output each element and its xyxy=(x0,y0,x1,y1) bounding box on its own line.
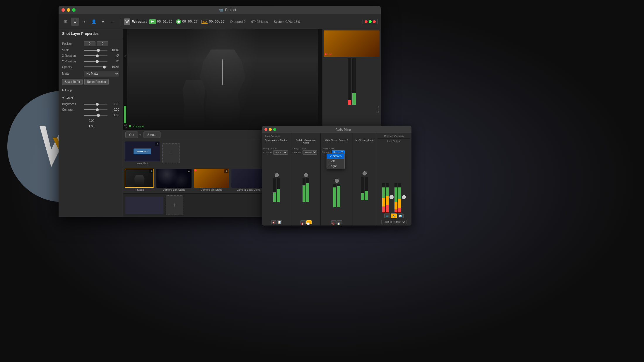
hue-value: 0.00 xyxy=(84,119,94,122)
audio-icon[interactable]: ♪ xyxy=(80,18,88,26)
dropdown-stereo[interactable]: ✓ Stereo xyxy=(327,154,344,159)
source-2-monitor-btn[interactable]: 📊 xyxy=(306,220,312,224)
dropdown-left[interactable]: Left xyxy=(327,159,344,164)
source-2-channel-select[interactable]: StereoLeftRight xyxy=(303,150,317,155)
source-3-knob[interactable] xyxy=(335,179,339,183)
source-1-delay-label: Delay: 0.000 xyxy=(263,147,290,150)
master-btn-3[interactable]: 📊 xyxy=(398,214,404,218)
shot-crowd-thumb[interactable] xyxy=(231,169,267,188)
source-4-fader-area xyxy=(354,147,375,224)
reset-position-button[interactable]: Reset Position xyxy=(84,79,108,85)
x-rotation-slider[interactable] xyxy=(84,55,107,56)
source-2-knob[interactable] xyxy=(304,173,308,177)
position-y-input[interactable]: 0 xyxy=(97,41,108,46)
master-btn-1[interactable]: 📺 xyxy=(384,214,390,218)
master-meter-4-low xyxy=(398,187,401,199)
cut-dropdown-arrow[interactable]: ▼ xyxy=(139,133,142,136)
source-3-name: Web Stream Source 0 xyxy=(322,139,351,146)
matte-select[interactable]: No Matte xyxy=(84,71,119,76)
source-1-channel-row: Channel: StereoLeftRight xyxy=(263,150,290,155)
monitor-icon-3: 📊 xyxy=(337,223,340,225)
property-buttons: Scale To Fit Reset Position xyxy=(62,79,119,85)
opacity-slider[interactable] xyxy=(84,66,107,67)
layers-icon[interactable]: ⊞ xyxy=(62,18,70,26)
shot-camera-left-thumb[interactable] xyxy=(156,169,192,188)
add-shot-icon-3: + xyxy=(173,202,176,209)
master-knob-1[interactable] xyxy=(390,195,394,199)
scale-label-3: -14 xyxy=(324,111,379,113)
properties-icon[interactable]: ≡ xyxy=(71,18,79,26)
source-3-monitor-btn[interactable]: 📊 xyxy=(337,220,342,224)
source-1-meter-l-fill xyxy=(273,192,276,202)
user-icon[interactable]: 👤 xyxy=(90,18,98,26)
shot-settings-1[interactable]: ⚙ xyxy=(149,169,153,173)
source-1-channel-select[interactable]: StereoLeftRight xyxy=(273,150,288,155)
source-1-mute-btn[interactable]: 🔇 xyxy=(271,220,276,224)
maximize-button[interactable] xyxy=(72,8,76,12)
saturation-slider[interactable] xyxy=(84,115,107,116)
live-status-dot xyxy=(325,53,327,55)
add-shot-button-3[interactable]: + xyxy=(166,195,183,215)
toolbar-brand: W Wirecast xyxy=(124,18,147,25)
window-title: 📹 Project xyxy=(77,8,378,12)
new-shot-settings-icon[interactable]: ⚙ xyxy=(155,142,159,146)
shot-settings-2[interactable]: ⚙ xyxy=(187,169,191,173)
brightness-label: Brightness xyxy=(62,103,83,106)
master-output-label: Built-In Output xyxy=(381,220,406,224)
broadcast-time: 00:01:26 xyxy=(157,20,172,23)
shot-settings-3[interactable]: ⚙ xyxy=(224,169,228,173)
preview-text: Preview xyxy=(132,124,144,128)
master-btn-2[interactable]: 🔊 xyxy=(391,214,397,218)
new-shot-thumb[interactable]: WIRECAST xyxy=(125,141,160,161)
source-2-mute-btn[interactable]: 🔇 xyxy=(300,220,306,224)
master-btn-1-icon: 📺 xyxy=(386,215,389,217)
close-button[interactable] xyxy=(62,8,65,12)
social-icon[interactable]: ✱ xyxy=(99,18,107,26)
minimize-button[interactable] xyxy=(67,8,70,12)
source-3-mute-btn[interactable]: 🔇 xyxy=(331,220,336,224)
more-icon[interactable]: ··· xyxy=(108,18,117,26)
shot-guitar-thumb[interactable] xyxy=(194,169,229,188)
gear-icon-3: ⚙ xyxy=(226,170,228,173)
source-1-meter-l xyxy=(273,178,276,202)
dropdown-right[interactable]: Right xyxy=(327,164,344,169)
scale-to-fit-button[interactable]: Scale To Fit xyxy=(62,79,83,85)
mixer-maximize-btn[interactable] xyxy=(273,128,276,131)
source-3-delay-label: Delay: 0.000 xyxy=(322,147,351,150)
contrast-slider[interactable] xyxy=(84,109,107,110)
master-meters xyxy=(377,145,410,212)
mixer-minimize-btn[interactable] xyxy=(269,128,272,131)
contrast-value: 0.00 xyxy=(109,108,119,111)
position-x-input[interactable]: 0 xyxy=(84,41,95,46)
output-controls xyxy=(363,19,378,24)
color-section-toggle[interactable]: Color xyxy=(62,95,119,101)
shot-placeholder xyxy=(125,197,163,214)
opacity-label: Opacity xyxy=(62,65,83,69)
output-red-dot-2 xyxy=(373,20,376,23)
audio-level-bar xyxy=(124,106,126,123)
brightness-slider[interactable] xyxy=(84,104,107,105)
crop-section-toggle[interactable]: Crop xyxy=(62,87,119,93)
source-4-name: MyStream_8mp4 xyxy=(354,139,375,146)
window-title-text: Project xyxy=(225,8,236,12)
source-2-meter-l xyxy=(303,178,305,202)
scale-value: 100% xyxy=(109,49,119,52)
source-1-bottom-controls: 🔇 📊 xyxy=(263,220,290,224)
source-1-monitor-btn[interactable]: 📊 xyxy=(277,220,282,224)
source-1-knob[interactable] xyxy=(275,173,279,177)
smooth-button[interactable]: Smo... xyxy=(144,132,160,138)
live-text: Live xyxy=(327,53,332,56)
add-shot-button-1[interactable]: + xyxy=(162,143,180,163)
master-knob-2[interactable] xyxy=(402,195,406,199)
output-device-select[interactable]: Built-In Output xyxy=(381,220,406,224)
source-4-knob[interactable] xyxy=(363,171,367,175)
mixer-close-btn[interactable] xyxy=(264,128,267,131)
scale-slider[interactable] xyxy=(84,50,107,51)
color-triangle-icon xyxy=(62,97,64,99)
source-4-meter-r xyxy=(365,177,368,200)
gear-icon-1: ⚙ xyxy=(151,170,153,173)
y-rotation-slider[interactable] xyxy=(84,61,107,62)
y-rotation-value: 0° xyxy=(109,60,119,63)
cut-button[interactable]: Cut xyxy=(125,132,138,138)
master-control-row-1: 📺 🔊 📊 xyxy=(384,214,404,218)
